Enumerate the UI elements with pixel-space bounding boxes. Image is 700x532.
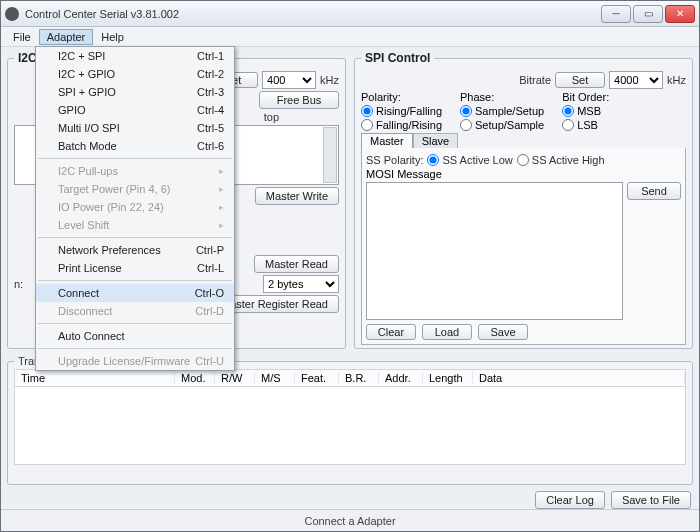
i2c-bitrate-select[interactable]: 400	[262, 71, 316, 89]
i2c-top-label: top	[264, 111, 279, 123]
mosi-textarea[interactable]	[366, 182, 623, 320]
col-time[interactable]: Time	[15, 372, 175, 384]
spi-send-button[interactable]: Send	[627, 182, 681, 200]
spi-khz-label: kHz	[667, 74, 686, 86]
spi-tab-master[interactable]: Master	[361, 133, 413, 148]
spi-tab-slave[interactable]: Slave	[413, 133, 459, 148]
close-button[interactable]: ✕	[665, 5, 695, 23]
spi-legend: SPI Control	[361, 51, 434, 65]
spi-set-button[interactable]: Set	[555, 72, 605, 88]
maximize-button[interactable]: ▭	[633, 5, 663, 23]
mosi-label: MOSI Message	[366, 168, 681, 180]
app-window: Control Center Serial v3.81.002 ─ ▭ ✕ Fi…	[0, 0, 700, 532]
status-bar: Connect a Adapter	[1, 509, 699, 531]
spi-save-button[interactable]: Save	[478, 324, 528, 340]
spi-polarity-label: Polarity:	[361, 91, 442, 103]
ss-active-low[interactable]: SS Active Low	[427, 154, 512, 166]
spi-bitorder-label: Bit Order:	[562, 91, 609, 103]
ss-active-high[interactable]: SS Active High	[517, 154, 605, 166]
bitorder-msb[interactable]: MSB	[562, 105, 609, 117]
menu-spi-gpio[interactable]: SPI + GPIOCtrl-3	[36, 83, 234, 101]
menu-auto-connect[interactable]: Auto Connect	[36, 327, 234, 345]
menu-upgrade-firmware: Upgrade License/FirmwareCtrl-U	[36, 352, 234, 370]
status-text: Connect a Adapter	[304, 515, 395, 527]
menu-adapter[interactable]: Adapter	[39, 29, 94, 45]
phase-setup-sample[interactable]: Setup/Sample	[460, 119, 544, 131]
bitorder-lsb[interactable]: LSB	[562, 119, 609, 131]
spi-bitrate-label: Bitrate	[519, 74, 551, 86]
master-write-button[interactable]: Master Write	[255, 187, 339, 205]
menu-multi-io-spi[interactable]: Multi I/O SPICtrl-5	[36, 119, 234, 137]
translog-header: Time Mod. R/W M/S Feat. B.R. Addr. Lengt…	[14, 369, 686, 387]
spi-load-button[interactable]: Load	[422, 324, 472, 340]
minimize-button[interactable]: ─	[601, 5, 631, 23]
i2c-khz-label: kHz	[320, 74, 339, 86]
spi-panel: SPI Control Bitrate Set 4000 kHz Polarit…	[354, 51, 693, 349]
titlebar[interactable]: Control Center Serial v3.81.002 ─ ▭ ✕	[1, 1, 699, 27]
phase-sample-setup[interactable]: Sample/Setup	[460, 105, 544, 117]
app-icon	[5, 7, 19, 21]
free-bus-button[interactable]: Free Bus	[259, 91, 339, 109]
adapter-dropdown: I2C + SPICtrl-1 I2C + GPIOCtrl-2 SPI + G…	[35, 46, 235, 371]
spi-bitrate-select[interactable]: 4000	[609, 71, 663, 89]
menubar: File Adapter Help	[1, 27, 699, 47]
col-length[interactable]: Length	[423, 372, 473, 384]
transaction-log-panel: Transaction Log Time Mod. R/W M/S Feat. …	[7, 355, 693, 485]
col-ms[interactable]: M/S	[255, 372, 295, 384]
col-rw[interactable]: R/W	[215, 372, 255, 384]
polarity-rising-falling[interactable]: Rising/Falling	[361, 105, 442, 117]
master-read-button[interactable]: Master Read	[254, 255, 339, 273]
window-title: Control Center Serial v3.81.002	[25, 8, 601, 20]
col-addr[interactable]: Addr.	[379, 372, 423, 384]
menu-i2c-pullups: I2C Pull-ups	[36, 162, 234, 180]
menu-i2c-spi[interactable]: I2C + SPICtrl-1	[36, 47, 234, 65]
menu-gpio[interactable]: GPIOCtrl-4	[36, 101, 234, 119]
menu-help[interactable]: Help	[93, 29, 132, 45]
menu-batch-mode[interactable]: Batch ModeCtrl-6	[36, 137, 234, 155]
menu-network-preferences[interactable]: Network PreferencesCtrl-P	[36, 241, 234, 259]
menu-connect[interactable]: ConnectCtrl-O	[36, 284, 234, 302]
i2c-width-select[interactable]: 2 bytes	[263, 275, 339, 293]
spi-phase-label: Phase:	[460, 91, 544, 103]
col-feat[interactable]: Feat.	[295, 372, 339, 384]
col-br[interactable]: B.R.	[339, 372, 379, 384]
menu-file[interactable]: File	[5, 29, 39, 45]
save-to-file-button[interactable]: Save to File	[611, 491, 691, 509]
menu-i2c-gpio[interactable]: I2C + GPIOCtrl-2	[36, 65, 234, 83]
menu-target-power: Target Power (Pin 4, 6)	[36, 180, 234, 198]
menu-print-license[interactable]: Print LicenseCtrl-L	[36, 259, 234, 277]
clear-log-button[interactable]: Clear Log	[535, 491, 605, 509]
menu-level-shift: Level Shift	[36, 216, 234, 234]
menu-disconnect: DisconnectCtrl-D	[36, 302, 234, 320]
col-data[interactable]: Data	[473, 372, 685, 384]
polarity-falling-rising[interactable]: Falling/Rising	[361, 119, 442, 131]
col-mod[interactable]: Mod.	[175, 372, 215, 384]
ss-polarity-label: SS Polarity:	[366, 154, 423, 166]
spi-clear-button[interactable]: Clear	[366, 324, 416, 340]
i2c-scrollbar[interactable]	[323, 127, 337, 183]
translog-body[interactable]	[14, 387, 686, 465]
menu-io-power: IO Power (Pin 22, 24)	[36, 198, 234, 216]
